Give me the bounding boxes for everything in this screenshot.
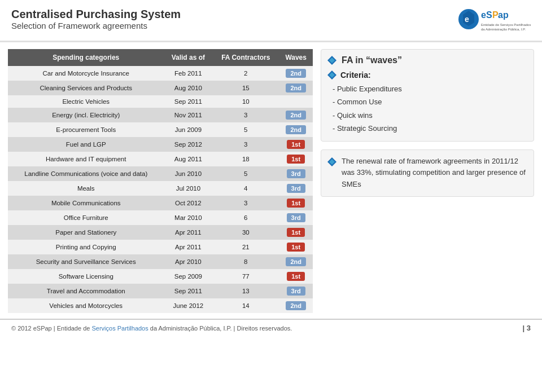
table-row: E-procurement ToolsJun 200952nd bbox=[8, 122, 313, 137]
footer-left: © 2012 eSPap | Entidade de Serviços Part… bbox=[11, 325, 292, 332]
table-row: Security and Surveillance ServicesApr 20… bbox=[8, 254, 313, 269]
footer-page-number: | 3 bbox=[523, 324, 531, 332]
criteria-diamond-icon bbox=[327, 70, 337, 80]
wave-badge: 2nd bbox=[286, 301, 306, 310]
wave-badge: 2nd bbox=[286, 83, 306, 93]
header: Centralised Purchasing System Selection … bbox=[0, 0, 542, 42]
cell-valid: Apr 2011 bbox=[164, 240, 212, 254]
cell-contractors: 6 bbox=[212, 210, 279, 225]
renewal-text: The renewal rate of framework agreements… bbox=[342, 156, 526, 191]
svg-text:da Administração Pública, I.P.: da Administração Pública, I.P. bbox=[481, 28, 526, 31]
cell-category: Electric Vehicles bbox=[8, 95, 164, 108]
footer: © 2012 eSPap | Entidade de Serviços Part… bbox=[0, 319, 542, 336]
table-row: Fuel and LGPSep 201231st bbox=[8, 137, 313, 152]
footer-link[interactable]: Serviços Partilhados bbox=[91, 325, 148, 332]
col-header-valid: Valid as of bbox=[164, 49, 212, 66]
criteria-item: Public Expenditures bbox=[333, 82, 526, 95]
cell-wave: 2nd bbox=[279, 122, 313, 137]
wave-badge: 1st bbox=[287, 272, 305, 281]
cell-valid: Sep 2012 bbox=[164, 137, 212, 152]
cell-wave: 3rd bbox=[279, 284, 313, 298]
cell-category: Travel and Accommodation bbox=[8, 284, 164, 298]
cell-valid: Sep 2009 bbox=[164, 269, 212, 284]
table-row: Mobile CommunicationsOct 201231st bbox=[8, 196, 313, 210]
wave-badge: 2nd bbox=[286, 111, 306, 120]
cell-valid: Apr 2010 bbox=[164, 254, 212, 269]
cell-wave bbox=[279, 95, 313, 108]
cell-wave: 2nd bbox=[279, 108, 313, 122]
cell-contractors: 18 bbox=[212, 152, 279, 166]
cell-valid: Apr 2011 bbox=[164, 225, 212, 240]
cell-category: Security and Surveillance Services bbox=[8, 254, 164, 269]
wave-badge: 2nd bbox=[286, 257, 306, 266]
table-row: Cleaning Services and ProductsAug 201015… bbox=[8, 81, 313, 95]
criteria-label: Criteria: bbox=[340, 71, 371, 80]
cell-wave: 1st bbox=[279, 225, 313, 240]
wave-badge: 1st bbox=[287, 155, 305, 164]
cell-wave: 2nd bbox=[279, 81, 313, 95]
cell-valid: Sep 2011 bbox=[164, 95, 212, 108]
svg-text:Entidade de Serviços Partilhad: Entidade de Serviços Partilhados bbox=[481, 23, 531, 27]
espap-logo: e eS P ap Entidade de Serviços Partilhad… bbox=[457, 8, 531, 35]
fa-waves-heading: FA in “waves” bbox=[342, 55, 402, 65]
cell-wave: 3rd bbox=[279, 181, 313, 196]
cell-contractors: 77 bbox=[212, 269, 279, 284]
table-row: MealsJul 201043rd bbox=[8, 181, 313, 196]
cell-valid: Sep 2011 bbox=[164, 284, 212, 298]
cell-valid: Jun 2010 bbox=[164, 166, 212, 181]
cell-wave: 1st bbox=[279, 269, 313, 284]
wave-badge: 2nd bbox=[286, 125, 306, 134]
table-row: Office FurnitureMar 201063rd bbox=[8, 210, 313, 225]
cell-contractors: 30 bbox=[212, 225, 279, 240]
wave-badge: 1st bbox=[287, 228, 305, 237]
cell-contractors: 15 bbox=[212, 81, 279, 95]
cell-category: Landline Communications (voice and data) bbox=[8, 166, 164, 181]
cell-valid: Jun 2009 bbox=[164, 122, 212, 137]
cell-wave: 2nd bbox=[279, 254, 313, 269]
cell-wave: 2nd bbox=[279, 66, 313, 81]
table-row: Vehicles and MotorcyclesJune 2012142nd bbox=[8, 298, 313, 313]
footer-copyright: © 2012 eSPap | Entidade de bbox=[11, 325, 91, 332]
table-header-row: Spending categories Valid as of FA Contr… bbox=[8, 49, 313, 66]
logo-area: e eS P ap Entidade de Serviços Partilhad… bbox=[457, 8, 531, 35]
cell-category: Software Licensing bbox=[8, 269, 164, 284]
footer-right-text: da Administração Pública, I.P. | Direito… bbox=[150, 325, 292, 332]
cell-valid: Oct 2012 bbox=[164, 196, 212, 210]
cell-contractors: 5 bbox=[212, 166, 279, 181]
cell-category: Cleaning Services and Products bbox=[8, 81, 164, 95]
criteria-title-row: Criteria: bbox=[327, 70, 526, 80]
criteria-item: Strategic Sourcing bbox=[333, 122, 526, 135]
table-row: Paper and StationeryApr 2011301st bbox=[8, 225, 313, 240]
table-row: Energy (incl. Electricity)Nov 201132nd bbox=[8, 108, 313, 122]
cell-contractors: 13 bbox=[212, 284, 279, 298]
wave-badge: 3rd bbox=[287, 184, 305, 193]
renewal-diamond-icon bbox=[327, 157, 337, 167]
cell-wave: 1st bbox=[279, 196, 313, 210]
cell-contractors: 10 bbox=[212, 95, 279, 108]
col-header-contractors: FA Contractors bbox=[212, 49, 279, 66]
spending-table: Spending categories Valid as of FA Contr… bbox=[8, 49, 313, 313]
wave-badge: 3rd bbox=[287, 287, 305, 296]
cell-category: Hardware and IT equipment bbox=[8, 152, 164, 166]
cell-contractors: 21 bbox=[212, 240, 279, 254]
cell-category: Fuel and LGP bbox=[8, 137, 164, 152]
table-row: Hardware and IT equipmentAug 2011181st bbox=[8, 152, 313, 166]
table-row: Landline Communications (voice and data)… bbox=[8, 166, 313, 181]
cell-contractors: 4 bbox=[212, 181, 279, 196]
cell-category: E-procurement Tools bbox=[8, 122, 164, 137]
cell-category: Vehicles and Motorcycles bbox=[8, 298, 164, 313]
cell-contractors: 2 bbox=[212, 66, 279, 81]
wave-badge: 1st bbox=[287, 199, 305, 208]
fa-waves-box: FA in “waves” Criteria: Public Expenditu… bbox=[321, 49, 534, 142]
cell-valid: Aug 2011 bbox=[164, 152, 212, 166]
table-row: Software LicensingSep 2009771st bbox=[8, 269, 313, 284]
col-header-category: Spending categories bbox=[8, 49, 164, 66]
cell-valid: Nov 2011 bbox=[164, 108, 212, 122]
cell-wave: 1st bbox=[279, 137, 313, 152]
criteria-list: Public ExpendituresCommon UseQuick winsS… bbox=[327, 82, 526, 135]
cell-valid: Mar 2010 bbox=[164, 210, 212, 225]
cell-valid: Jul 2010 bbox=[164, 181, 212, 196]
right-panel: FA in “waves” Criteria: Public Expenditu… bbox=[321, 49, 534, 313]
cell-contractors: 8 bbox=[212, 254, 279, 269]
svg-text:ap: ap bbox=[498, 10, 509, 20]
